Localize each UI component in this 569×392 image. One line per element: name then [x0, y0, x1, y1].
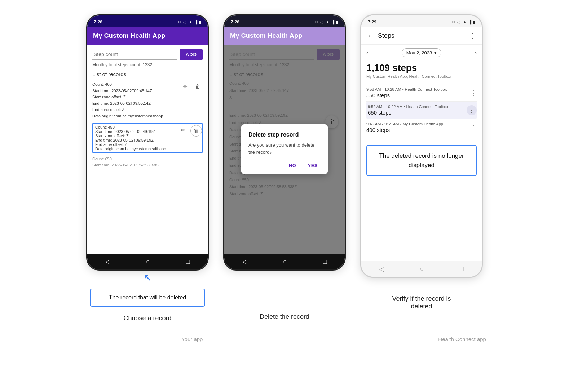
your-app-section: Your app — [22, 333, 362, 343]
phone2-time: 7:28 — [231, 19, 239, 24]
record1-start: Start time: 2023-05-02T09:45:14Z — [92, 88, 177, 94]
phone1-nav: ◁ ○ □ — [87, 254, 208, 270]
phone3-record2-info: 9:52 AM - 10:22 AM • Health Connect Tool… — [368, 104, 467, 116]
phone3-nav-square[interactable]: □ — [460, 265, 464, 273]
phone1-list-title: List of records — [92, 71, 203, 77]
record1-edit-btn[interactable]: ✏ — [180, 81, 190, 92]
phone3-column: 7:29 ✉ ◌ ▲ ▐ ▮ ← Steps ⋮ — [360, 14, 483, 310]
phone1-nav-home[interactable]: ○ — [146, 258, 150, 266]
phone1-add-button[interactable]: ADD — [180, 49, 203, 60]
phone3-record3-count: 400 steps — [366, 127, 470, 133]
phone1: 7:28 ✉ ◌ ▲ ▐ ▮ My Custom Health App ADD — [86, 14, 209, 271]
record2-end: End time: 2023-05-02T09:59:19Z — [95, 138, 177, 142]
phone3-caption: Verify if the record is deleted — [382, 295, 461, 310]
record-item-3: Count: 650 Start time: 2023-05-02T09:52:… — [92, 155, 203, 170]
phone2-body-wrapper: Step count ADD Monthly total steps count… — [224, 45, 345, 254]
record1-end: End time: 2023-05-02T09:55:14Z — [92, 101, 177, 107]
dialog-message: Are you sure you want to delete the reco… — [248, 142, 321, 156]
phone2-alarm-icon: ◌ — [320, 20, 324, 24]
phone2-app-header: My Custom Health App — [224, 27, 345, 45]
phone3-record-2-selected: 9:52 AM - 10:22 AM • Health Connect Tool… — [366, 102, 477, 119]
phone1-app-header: My Custom Health App — [87, 27, 208, 45]
phone3-menu-btn[interactable]: ⋮ — [469, 31, 476, 40]
record2-edit-btn[interactable]: ✏ — [178, 125, 188, 135]
phone3-next-date[interactable]: › — [475, 50, 477, 56]
record3-count: Count: 650 — [92, 156, 203, 162]
dialog-no-btn[interactable]: NO — [286, 161, 299, 170]
record-item-1: Count: 400 Start time: 2023-05-02T09:45:… — [92, 80, 203, 121]
phone1-annotation-box: The record that will be deleted — [90, 289, 205, 307]
record1-endzone: End zone offset: Z — [92, 107, 177, 113]
phone3-date-nav: ‹ May 2, 2023 ▾ › — [366, 48, 477, 57]
health-connect-section: Health Connect app — [377, 333, 547, 343]
phone1-nav-square[interactable]: □ — [186, 258, 190, 266]
phone2-nav-back[interactable]: ◁ — [242, 258, 247, 266]
phone3-status-icons: ✉ ◌ ▲ ▐ ▮ — [452, 20, 475, 24]
phone3-steps-total: 1,109 steps — [366, 62, 477, 74]
phone3-steps-sources: My Custom Health App, Health Connect Too… — [366, 74, 477, 79]
chevron-down-icon: ▾ — [434, 50, 437, 55]
phone3-record2-time: 9:52 AM - 10:22 AM • Health Connect Tool… — [368, 104, 467, 109]
phone3-back-btn[interactable]: ← — [367, 32, 374, 40]
phone1-annotation-text: The record that will be deleted — [109, 294, 186, 300]
battery-icon: ▮ — [199, 20, 201, 24]
phone3-record1-menu[interactable]: ⋮ — [470, 89, 477, 97]
phone1-nav-back[interactable]: ◁ — [105, 258, 110, 266]
phone2-status-bar: 7:28 ✉ ◌ ▲ ▐ ▮ — [224, 15, 345, 27]
phone3-record1-time: 9:58 AM - 10:28 AM • Health Connect Tool… — [366, 87, 470, 92]
phone3-date-pill[interactable]: May 2, 2023 ▾ — [402, 48, 442, 57]
record1-actions: ✏ 🗑 — [180, 81, 203, 92]
phone1-step-input[interactable] — [92, 49, 177, 60]
phone1-time: 7:28 — [94, 19, 102, 24]
phone3-verified-box: The deleted record is no longer displaye… — [366, 145, 477, 176]
phone2: 7:28 ✉ ◌ ▲ ▐ ▮ My Custom Health App Step — [223, 14, 346, 271]
phone2-status-icons: ✉ ◌ ▲ ▐ ▮ — [315, 20, 338, 24]
phone3-prev-date[interactable]: ‹ — [366, 50, 368, 56]
phone2-column: 7:28 ✉ ◌ ▲ ▐ ▮ My Custom Health App Step — [223, 14, 346, 321]
record2-start: Start time: 2023-05-02T09:49:19Z — [95, 129, 177, 134]
phone2-app-title: My Custom Health App — [230, 32, 302, 40]
your-app-label: Your app — [181, 336, 203, 342]
record1-count: Count: 400 — [92, 81, 177, 88]
phone3-status-bar: 7:29 ✉ ◌ ▲ ▐ ▮ — [361, 15, 482, 27]
phone2-nav: ◁ ○ □ — [224, 254, 345, 270]
phone2-battery-icon: ▮ — [336, 20, 338, 24]
health-connect-label: Health Connect app — [438, 336, 486, 342]
phone3-alarm-icon: ◌ — [457, 20, 461, 24]
health-connect-divider: Health Connect app — [377, 333, 547, 343]
phone3-time: 7:29 — [368, 19, 376, 24]
record-item-2-highlighted: Count: 450 Start time: 2023-05-02T09:49:… — [92, 123, 203, 153]
phone3-record3-menu[interactable]: ⋮ — [470, 124, 477, 132]
phone3-verified-text: The deleted record is no longer displaye… — [379, 152, 464, 169]
record2-startzone: Start zone offset: Z — [95, 134, 177, 138]
phone1-app-body: ADD Monthly total steps count: 1232 List… — [87, 45, 208, 254]
record2-origin: Data origin: com.hc.mycustomhealthapp — [95, 147, 177, 151]
email-icon: ✉ — [178, 20, 181, 24]
phone3-nav-home[interactable]: ○ — [420, 265, 424, 273]
record2-delete-btn[interactable]: 🗑 — [190, 125, 202, 137]
dialog-actions: NO YES — [248, 161, 321, 170]
phone2-nav-square[interactable]: □ — [323, 258, 327, 266]
phone3-record1-info: 9:58 AM - 10:28 AM • Health Connect Tool… — [366, 87, 470, 98]
phone3-record2-menu[interactable]: ⋮ — [467, 105, 477, 115]
dialog-yes-btn[interactable]: YES — [305, 161, 321, 170]
main-container: 7:28 ✉ ◌ ▲ ▐ ▮ My Custom Health App ADD — [0, 7, 569, 329]
phone2-nav-home[interactable]: ○ — [283, 258, 287, 266]
record1-delete-btn[interactable]: 🗑 — [193, 81, 203, 92]
phone1-input-row: ADD — [92, 49, 203, 60]
phone1-status-icons: ✉ ◌ ▲ ▐ ▮ — [178, 20, 201, 24]
record1-origin: Data origin: com.hc.mycustomhealthapp — [92, 113, 177, 120]
bottom-section: Your app Health Connect app — [0, 329, 569, 343]
phone3: 7:29 ✉ ◌ ▲ ▐ ▮ ← Steps ⋮ — [360, 14, 483, 278]
phone3-record1-count: 550 steps — [366, 92, 470, 98]
phone3-record-1: 9:58 AM - 10:28 AM • Health Connect Tool… — [366, 84, 477, 102]
dialog-title: Delete step record — [248, 132, 321, 138]
wifi-icon: ▲ — [189, 20, 193, 24]
phone3-header-left: ← Steps — [367, 32, 394, 40]
phone1-column: 7:28 ✉ ◌ ▲ ▐ ▮ My Custom Health App ADD — [86, 14, 209, 322]
phone3-date: May 2, 2023 — [406, 50, 432, 55]
phone1-monthly-total: Monthly total steps count: 1232 — [92, 62, 203, 67]
phone3-nav-back[interactable]: ◁ — [379, 265, 384, 273]
alarm-icon: ◌ — [183, 20, 187, 24]
phone3-email-icon: ✉ — [452, 20, 455, 24]
